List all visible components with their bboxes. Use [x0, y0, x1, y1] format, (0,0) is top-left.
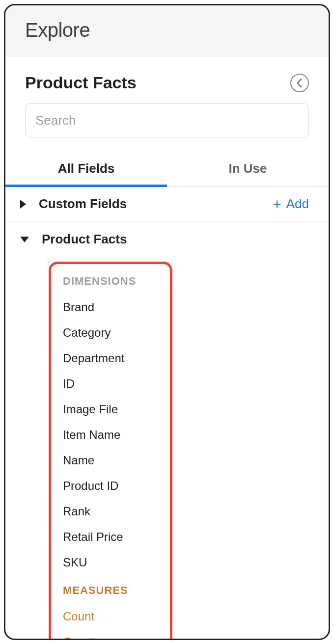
- search-wrap: [25, 103, 309, 150]
- dimension-field[interactable]: Name: [63, 448, 158, 473]
- explore-name: Product Facts: [25, 73, 137, 92]
- section-head: Product Facts: [25, 73, 309, 92]
- dimension-field[interactable]: Brand: [63, 295, 158, 320]
- field-list: Custom Fields + Add Product Facts DIMENS…: [5, 187, 329, 640]
- field-picker-section: Product Facts: [5, 56, 329, 150]
- page-title: Explore: [25, 19, 309, 41]
- dimension-field[interactable]: Rank: [63, 499, 158, 524]
- header: Explore: [5, 5, 329, 56]
- custom-fields-row[interactable]: Custom Fields + Add: [5, 187, 329, 222]
- tab-all-fields[interactable]: All Fields: [5, 150, 167, 186]
- view-name-label: Product Facts: [42, 232, 309, 247]
- add-custom-field-button[interactable]: + Add: [273, 196, 309, 212]
- chevron-right-icon: [20, 200, 26, 209]
- chevron-down-icon: [20, 237, 29, 242]
- dimension-field[interactable]: Item Name: [63, 422, 158, 448]
- tab-in-use[interactable]: In Use: [167, 150, 329, 186]
- custom-fields-label: Custom Fields: [39, 196, 273, 212]
- tabs: All Fields In Use: [5, 150, 329, 187]
- dimension-field[interactable]: Department: [63, 346, 158, 371]
- dimension-field[interactable]: Category: [63, 320, 158, 346]
- measure-field[interactable]: Count: [63, 629, 158, 640]
- dimension-field[interactable]: Retail Price: [63, 524, 158, 550]
- measures-header: MEASURES: [63, 584, 158, 597]
- chevron-left-icon: [296, 78, 303, 88]
- dimension-field[interactable]: ID: [63, 371, 158, 397]
- fields-highlight-box: DIMENSIONS BrandCategoryDepartmentIDImag…: [49, 262, 172, 640]
- collapse-panel-button[interactable]: [290, 74, 309, 92]
- dimension-field[interactable]: SKU: [63, 550, 158, 575]
- search-input[interactable]: [25, 103, 309, 137]
- explore-window: Explore Product Facts All Fields In Use …: [4, 4, 330, 640]
- dimensions-header: DIMENSIONS: [63, 275, 158, 288]
- dimension-field[interactable]: Image File: [63, 397, 158, 422]
- plus-icon: +: [273, 197, 281, 212]
- measure-field[interactable]: Count: [63, 604, 158, 629]
- dimension-field[interactable]: Product ID: [63, 473, 158, 499]
- view-product-facts-row[interactable]: Product Facts: [5, 222, 329, 257]
- add-label: Add: [286, 196, 309, 212]
